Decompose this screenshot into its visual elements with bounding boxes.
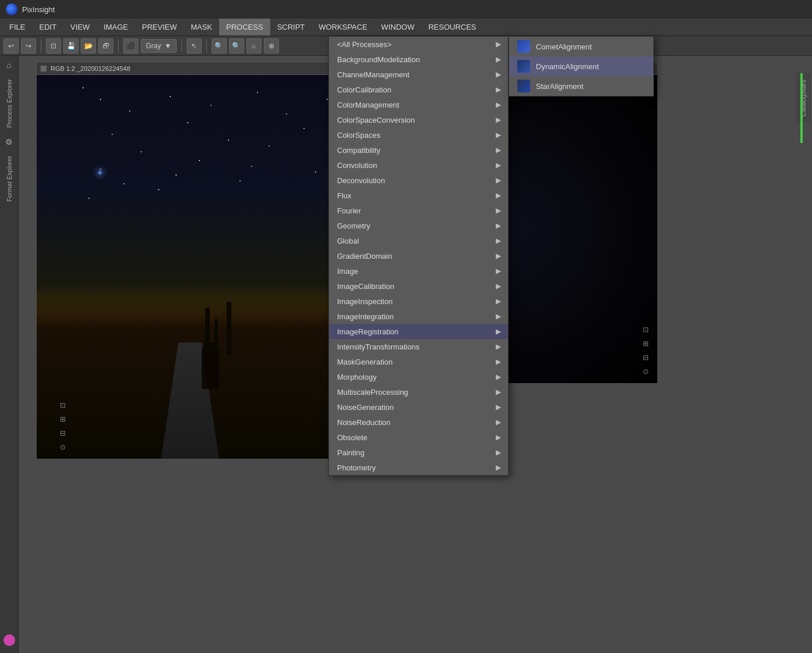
redo-button[interactable]: ↪ [21,38,36,53]
menubar: FILE EDIT VIEW IMAGE PREVIEW MASK PROCES… [0,19,812,36]
proc-photometry[interactable]: Photometry ▶ [329,460,508,475]
zoom-out-button[interactable]: 🔍 [229,38,244,53]
proc-arrow-25: ▶ [496,418,501,426]
menu-preview[interactable]: PREVIEW [135,19,184,35]
proc-arrow-27: ▶ [496,448,501,456]
proc-obsolete[interactable]: Obsolete ▶ [329,430,508,445]
menu-script[interactable]: SCRIPT [270,19,312,35]
proc-color-space-conv[interactable]: ColorSpaceConversion ▶ [329,112,508,127]
app-icon [6,3,17,15]
undo-button[interactable]: ↩ [3,38,19,53]
proc-gradient-domain[interactable]: GradientDomain ▶ [329,248,508,263]
menu-mask[interactable]: MASK [184,19,219,35]
proc-arrow-22: ▶ [496,373,501,381]
proc-channel[interactable]: ChannelManagement ▶ [329,67,508,82]
menu-process[interactable]: PROCESS [219,19,270,35]
proc-convolution[interactable]: Convolution ▶ [329,158,508,173]
tree-1 [205,308,210,354]
tool2-icon-3[interactable]: ⊟ [640,352,652,363]
proc-image-inspect[interactable]: ImageInspection ▶ [329,294,508,309]
zoom-in-button[interactable]: 🔍 [212,38,227,53]
proc-flux[interactable]: Flux ▶ [329,188,508,203]
proc-painting[interactable]: Painting ▶ [329,445,508,460]
sidebar-gear-icon[interactable]: ⚙ [2,135,16,149]
dynamic-alignment-icon [517,60,530,73]
toolbar-separator-3 [181,40,182,52]
proc-intensity-trans[interactable]: IntensityTransformations ▶ [329,339,508,354]
menu-image[interactable]: IMAGE [96,19,135,35]
tb-btn-4[interactable]: 🗗 [98,38,113,53]
tool-icon-1[interactable]: ⊡ [57,399,69,411]
proc-image-cal[interactable]: ImageCalibration ▶ [329,279,508,294]
proc-color-spaces[interactable]: ColorSpaces ▶ [329,127,508,142]
image2-bottom-tools: ⊡ ⊞ ⊟ ⊙ [640,324,652,377]
proc-image-registration[interactable]: ImageRegistration ▶ [329,324,508,339]
proc-global[interactable]: Global ▶ [329,233,508,248]
sidebar-process-explorer[interactable]: Process Explorer [6,74,13,133]
tool2-icon-1[interactable]: ⊡ [640,324,652,336]
proc-arrow-5: ▶ [496,116,501,124]
proc-image[interactable]: Image ▶ [329,263,508,279]
proc-mask-gen[interactable]: MaskGeneration ▶ [329,354,508,369]
proc-geometry[interactable]: Geometry ▶ [329,218,508,233]
image-window-label: RGB 1:2 _20200126224548 [51,65,130,72]
proc-noise-gen[interactable]: NoiseGeneration ▶ [329,399,508,415]
sidebar-color-circle[interactable] [3,634,15,646]
image-registration-submenu: CometAlignment DynamicAlignment StarAlig… [509,36,654,97]
color-mode-dropdown[interactable]: Gray ▼ [141,39,177,53]
proc-arrow-3: ▶ [496,85,501,94]
tool-icon-2[interactable]: ⊞ [57,413,69,425]
tool2-icon-4[interactable]: ⊙ [640,366,652,377]
tb-btn-5[interactable]: ⬛ [123,38,138,53]
proc-noise-red[interactable]: NoiseReduction ▶ [329,415,508,430]
tb-btn-3[interactable]: 📂 [81,38,96,53]
zoom-actual-button[interactable]: ⊕ [264,38,279,53]
proc-arrow-20: ▶ [496,342,501,351]
proc-arrow-4: ▶ [496,101,501,109]
proc-arrow-13: ▶ [496,237,501,245]
proc-arrow-28: ▶ [496,463,501,472]
stars-layer [37,75,344,313]
star-alignment-icon [517,80,530,92]
proc-arrow-16: ▶ [496,282,501,290]
tool-icon-3[interactable]: ⊟ [57,427,69,439]
tool-icon-4[interactable]: ⊙ [57,441,69,453]
select-tool-button[interactable]: ↖ [187,38,202,53]
process-menu: <All Processes> ▶ BackgroundModelization… [328,36,509,476]
menu-window[interactable]: WINDOW [374,19,421,35]
sub-dynamic-alignment[interactable]: DynamicAlignment [509,56,653,76]
menu-view[interactable]: VIEW [63,19,96,35]
catalog-stars-tab[interactable]: CatalogStars [795,73,812,123]
menu-resources[interactable]: RESOURCES [421,19,483,35]
menu-edit[interactable]: EDIT [32,19,63,35]
tb-btn-1[interactable]: ⊡ [46,38,61,53]
tool2-icon-2[interactable]: ⊞ [640,338,652,349]
proc-multiscale[interactable]: MultiscaleProcessing ▶ [329,384,508,399]
menu-workspace[interactable]: WORKSPACE [312,19,374,35]
proc-arrow-26: ▶ [496,433,501,441]
win-minimize-btn[interactable] [40,65,47,72]
proc-background[interactable]: BackgroundModelization ▶ [329,52,508,67]
image-window-main: RGB 1:2 _20200126224548 [36,62,344,459]
proc-morphology[interactable]: Morphology ▶ [329,369,508,384]
sub-comet-alignment[interactable]: CometAlignment [509,37,653,56]
image-bottom-tools: ⊡ ⊞ ⊟ ⊙ [57,399,69,453]
menu-file[interactable]: FILE [2,19,32,35]
image-content [37,75,344,459]
sub-star-alignment[interactable]: StarAlignment [509,76,653,96]
proc-arrow-1: ▶ [496,55,501,63]
proc-all-processes[interactable]: <All Processes> ▶ [329,37,508,52]
proc-compat[interactable]: Compatibility ▶ [329,142,508,158]
proc-fourier[interactable]: Fourier ▶ [329,203,508,218]
proc-arrow-0: ▶ [496,40,501,48]
proc-deconvolution[interactable]: Deconvolution ▶ [329,173,508,188]
sidebar-format-explorer[interactable]: Format Explorer [6,151,13,206]
proc-arrow-12: ▶ [496,222,501,230]
proc-image-integration[interactable]: ImageIntegration ▶ [329,309,508,324]
zoom-fit-button[interactable]: ⌕ [246,38,262,53]
proc-arrow-24: ▶ [496,403,501,411]
sidebar-home-icon[interactable]: ⌂ [2,58,16,72]
tb-btn-2[interactable]: 💾 [63,38,78,53]
proc-color-cal[interactable]: ColorCalibration ▶ [329,82,508,97]
proc-color-mgmt[interactable]: ColorManagement ▶ [329,97,508,112]
